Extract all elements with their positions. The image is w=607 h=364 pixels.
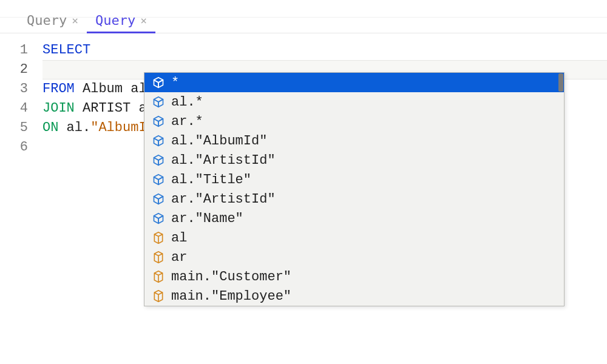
close-icon[interactable]: × xyxy=(72,15,78,26)
autocomplete-label: ar xyxy=(171,250,187,265)
autocomplete-label: main."Employee" xyxy=(171,289,291,304)
code-token: al. xyxy=(58,120,90,135)
autocomplete-label: al."Title" xyxy=(171,172,251,187)
scrollbar-thumb[interactable] xyxy=(558,73,563,92)
table-icon xyxy=(152,231,165,244)
code-token: SELECT xyxy=(42,42,90,58)
tab-label: Query xyxy=(27,13,67,28)
autocomplete-item[interactable]: main."Customer" xyxy=(144,267,564,286)
code-token: Album al xyxy=(75,81,147,96)
column-icon xyxy=(152,76,165,89)
tab-label: Query xyxy=(95,13,135,28)
table-icon xyxy=(152,289,165,303)
code-token xyxy=(42,62,50,77)
autocomplete-item[interactable]: ar xyxy=(144,248,564,267)
autocomplete-item[interactable]: ar."Name" xyxy=(144,209,564,228)
autocomplete-label: al."AlbumId" xyxy=(171,133,267,149)
column-icon xyxy=(152,173,165,186)
autocomplete-label: al.* xyxy=(171,95,203,110)
autocomplete-item[interactable]: ar.* xyxy=(144,112,564,131)
column-icon xyxy=(152,134,165,147)
tab-bar: Query × Query × xyxy=(0,0,607,33)
autocomplete-item[interactable]: al."AlbumId" xyxy=(144,131,564,150)
autocomplete-item[interactable]: al."Title" xyxy=(144,170,564,189)
line-number: 5 xyxy=(0,118,42,138)
column-icon xyxy=(152,153,165,167)
code-content[interactable]: SELECT xyxy=(42,41,607,60)
column-icon xyxy=(152,115,165,128)
autocomplete-item[interactable]: ar."ArtistId" xyxy=(144,189,564,209)
line-number: 4 xyxy=(0,99,42,118)
code-line[interactable]: 1SELECT xyxy=(0,41,607,60)
code-token: ARTIST ar xyxy=(75,101,155,116)
autocomplete-item[interactable]: al xyxy=(144,228,564,248)
code-token: JOIN xyxy=(42,101,75,116)
column-icon xyxy=(152,95,165,109)
close-icon[interactable]: × xyxy=(140,15,147,26)
autocomplete-label: ar.* xyxy=(171,114,203,129)
autocomplete-label: ar."Name" xyxy=(171,211,243,226)
autocomplete-label: al xyxy=(171,231,187,246)
tab-query-1[interactable]: Query × xyxy=(18,9,87,33)
autocomplete-label: main."Customer" xyxy=(171,269,291,285)
autocomplete-label: * xyxy=(171,75,179,90)
table-icon xyxy=(152,270,165,283)
line-number: 1 xyxy=(0,41,42,60)
autocomplete-label: ar."ArtistId" xyxy=(171,192,276,207)
autocomplete-popup[interactable]: * al.* ar.* al."AlbumId" al."ArtistId" a… xyxy=(144,72,565,306)
autocomplete-item[interactable]: main."Employee" xyxy=(144,286,564,306)
column-icon xyxy=(152,212,165,225)
line-number: 2 xyxy=(0,60,42,79)
line-number: 6 xyxy=(0,138,42,157)
code-token: ON xyxy=(42,120,58,135)
autocomplete-item[interactable]: al."ArtistId" xyxy=(144,150,564,170)
autocomplete-label: al."ArtistId" xyxy=(171,153,276,168)
tab-query-2[interactable]: Query × xyxy=(87,9,155,33)
column-icon xyxy=(152,192,165,206)
line-number: 3 xyxy=(0,79,42,99)
autocomplete-item[interactable]: al.* xyxy=(144,92,564,112)
autocomplete-item[interactable]: * xyxy=(144,73,564,92)
code-token: FROM xyxy=(42,81,75,96)
code-editor[interactable]: 1SELECT2 3FROM Album al4JOIN ARTIST ar5O… xyxy=(0,33,607,157)
table-icon xyxy=(152,251,165,264)
